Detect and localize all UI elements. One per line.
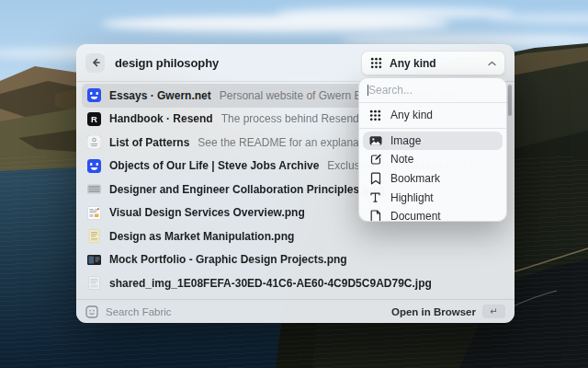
dropdown-search-input[interactable] [359,78,506,102]
menu-item-label: Highlight [390,191,434,204]
desktop: Any kind Essays · Gwern.net Personal web… [0,0,588,368]
menu-item-document[interactable]: Document [363,207,503,222]
result-title: List of Patterns [109,136,189,149]
return-key-icon: ↵ [482,305,505,318]
patterns-favicon [87,135,101,149]
result-title: Designer and Engineer Collaboration Prin… [109,183,385,196]
png-thumbnail [87,253,101,267]
note-icon [369,153,382,166]
result-description: The process behind Resend. [221,112,362,125]
grid-icon [370,57,382,69]
png-thumbnail [87,229,101,243]
open-in-browser-label: Open in Browser [391,306,476,317]
search-header: Any kind [76,44,514,82]
grid-icon [369,109,381,121]
menu-item-label: Note [390,153,413,166]
highlight-icon [369,191,381,203]
dropdown-search[interactable] [359,78,506,103]
result-row-shared-img[interactable]: shared_img_1E08FEFA-30ED-41C6-AE60-4C9D5… [82,271,509,295]
svg-text:R: R [91,114,97,124]
result-row-market-manipulation[interactable]: Design as Market Manipulation.png [82,224,509,248]
chevron-up-icon [488,61,496,66]
footer-hint-label: Search Fabric [106,306,172,317]
jpg-thumbnail [87,276,101,290]
resend-favicon: R [87,112,101,126]
kind-filter-label: Any kind [390,57,436,70]
png-thumbnail [87,206,101,220]
result-title: Essays · Gwern.net [109,89,211,102]
menu-item-any-kind[interactable]: Any kind [363,106,503,125]
menu-item-image[interactable]: Image [363,132,503,151]
fabric-logo-icon [85,305,98,318]
search-query-input[interactable] [113,55,337,71]
result-row-mock-portfolio[interactable]: Mock Portfolio - Graphic Design Projects… [82,248,509,272]
footer-bar: Search Fabric Open in Browser ↵ [76,299,514,323]
menu-item-label: Any kind [390,109,433,121]
menu-divider [359,128,506,129]
result-title: Mock Portfolio - Graphic Design Projects… [109,253,347,266]
menu-item-label: Image [390,134,421,147]
gwern-favicon [87,88,101,102]
menu-item-label: Bookmark [390,172,440,185]
image-icon [369,134,382,147]
menu-item-highlight[interactable]: Highlight [363,188,503,207]
open-in-browser-action[interactable]: Open in Browser ↵ [391,305,505,318]
menu-item-note[interactable]: Note [363,150,503,169]
result-title: Design as Market Manipulation.png [109,230,294,243]
menu-item-label: Document [390,210,441,222]
result-title: Handbook · Resend [109,112,213,125]
menu-item-bookmark[interactable]: Bookmark [363,169,503,189]
dropdown-items: Any kind Image Note [359,103,506,222]
steve-jobs-archive-favicon [87,159,101,173]
scrollbar-thumb[interactable] [508,85,512,116]
document-icon [370,210,381,222]
kind-filter-dropdown: Any kind Image Note [358,77,507,222]
jpeg-thumbnail [87,182,101,196]
back-button[interactable] [85,53,105,73]
result-title: Visual Design Services Overview.png [109,206,305,219]
text-caret [368,85,368,96]
result-title: shared_img_1E08FEFA-30ED-41C6-AE60-4C9D5… [109,277,432,290]
kind-filter-button[interactable]: Any kind [361,51,505,75]
result-title: Objects of Our Life | Steve Jobs Archive [109,159,319,172]
bookmark-icon [370,172,381,185]
arrow-left-icon [90,57,101,68]
